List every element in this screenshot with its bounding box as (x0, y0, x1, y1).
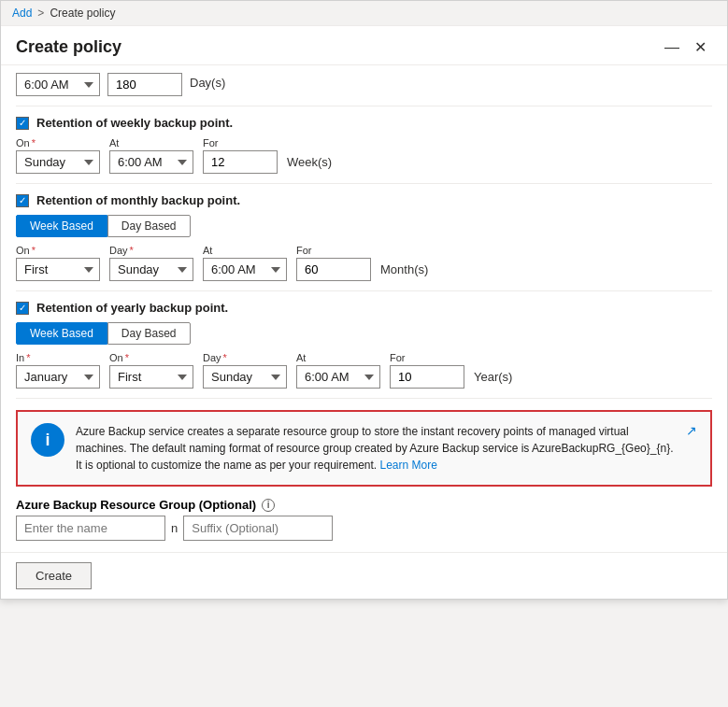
breadcrumb: Add > Create policy (1, 1, 727, 26)
monthly-tab-week[interactable]: Week Based (16, 215, 107, 237)
weekly-on-group: On * Sunday (16, 137, 100, 174)
info-message: Azure Backup service creates a separate … (76, 425, 673, 472)
rg-info-icon[interactable]: i (262, 499, 275, 512)
yearly-for-label: For (390, 352, 464, 363)
days-unit-top: Day(s) (190, 76, 225, 94)
page-title: Create policy (16, 37, 121, 57)
monthly-tab-group: Week Based Day Based (16, 215, 712, 237)
time-select-top[interactable]: 6:00 AM (16, 73, 100, 96)
footer: Create (1, 552, 727, 599)
external-link-icon[interactable]: ↗ (686, 423, 697, 438)
window-controls: — ✕ (659, 38, 712, 57)
breadcrumb-add-link[interactable]: Add (12, 7, 32, 20)
info-icon: i (31, 423, 64, 457)
weekly-label: Retention of weekly backup point. (36, 116, 233, 130)
monthly-section: Retention of monthly backup point. Week … (16, 184, 712, 291)
monthly-on-required: * (32, 245, 36, 256)
yearly-tab-day[interactable]: Day Based (107, 322, 191, 345)
days-input-top[interactable] (107, 73, 182, 96)
monthly-unit: Month(s) (380, 262, 428, 281)
breadcrumb-separator: > (37, 7, 44, 20)
yearly-in-group: In * January (16, 352, 100, 389)
create-policy-window: Add > Create policy Create policy — ✕ 6:… (0, 0, 728, 600)
monthly-for-label: For (296, 245, 371, 256)
create-button[interactable]: Create (16, 562, 92, 589)
monthly-on-label: On * (16, 245, 100, 256)
yearly-day-select[interactable]: Sunday (203, 365, 287, 389)
yearly-in-label: In * (16, 352, 100, 363)
monthly-fields: On * First Day * Sunday (16, 245, 712, 281)
yearly-unit: Year(s) (474, 370, 512, 389)
weekly-unit: Week(s) (287, 155, 332, 174)
weekly-section: Retention of weekly backup point. On * S… (16, 106, 712, 184)
yearly-at-group: At 6:00 AM (296, 352, 380, 389)
rg-input-row: n (16, 516, 712, 541)
weekly-fields: On * Sunday At 6:00 AM For (16, 137, 712, 174)
yearly-header: Retention of yearly backup point. (16, 301, 712, 315)
learn-more-link[interactable]: Learn More (380, 459, 437, 472)
top-row: 6:00 AM Day(s) (16, 65, 712, 106)
monthly-day-label: Day * (109, 245, 193, 256)
weekly-on-select[interactable]: Sunday (16, 150, 100, 174)
monthly-header: Retention of monthly backup point. (16, 193, 712, 207)
resource-group-section: Azure Backup Resource Group (Optional) i… (16, 498, 712, 541)
weekly-at-select[interactable]: 6:00 AM (109, 150, 193, 174)
yearly-checkbox[interactable] (16, 302, 29, 315)
content-area: 6:00 AM Day(s) Retention of weekly backu… (1, 65, 727, 552)
yearly-for-input[interactable] (390, 365, 464, 389)
yearly-day-label: Day * (203, 352, 287, 363)
weekly-header: Retention of weekly backup point. (16, 116, 712, 130)
yearly-on-select[interactable]: First (109, 365, 193, 389)
rg-separator: n (171, 521, 178, 535)
monthly-on-group: On * First (16, 245, 100, 281)
monthly-day-select[interactable]: Sunday (109, 258, 193, 281)
monthly-for-input[interactable] (296, 258, 371, 281)
yearly-tab-week[interactable]: Week Based (16, 322, 107, 345)
yearly-at-label: At (296, 352, 380, 363)
yearly-fields: In * January On * First (16, 352, 712, 389)
rg-suffix-input[interactable] (183, 516, 333, 541)
yearly-section: Retention of yearly backup point. Week B… (16, 291, 712, 399)
breadcrumb-current: Create policy (50, 7, 115, 20)
yearly-at-select[interactable]: 6:00 AM (296, 365, 380, 389)
rg-label: Azure Backup Resource Group (Optional) i (16, 498, 712, 512)
yearly-in-select[interactable]: January (16, 365, 100, 389)
info-box: i Azure Backup service creates a separat… (16, 410, 712, 487)
monthly-checkbox[interactable] (16, 194, 29, 207)
yearly-on-label: On * (109, 352, 193, 363)
monthly-at-group: At 6:00 AM (203, 245, 287, 281)
weekly-for-input[interactable] (203, 150, 278, 174)
monthly-tab-day[interactable]: Day Based (107, 215, 191, 237)
monthly-for-group: For (296, 245, 371, 281)
weekly-checkbox[interactable] (16, 117, 29, 130)
yearly-day-required: * (223, 352, 227, 363)
info-text: Azure Backup service creates a separate … (76, 423, 675, 474)
monthly-label: Retention of monthly backup point. (36, 193, 240, 207)
yearly-label: Retention of yearly backup point. (36, 301, 228, 315)
weekly-for-group: For (203, 137, 278, 174)
yearly-tab-group: Week Based Day Based (16, 322, 712, 345)
yearly-day-group: Day * Sunday (203, 352, 287, 389)
monthly-on-select[interactable]: First (16, 258, 100, 281)
yearly-on-group: On * First (109, 352, 193, 389)
title-bar: Create policy — ✕ (1, 26, 727, 65)
yearly-in-required: * (26, 352, 30, 363)
minimize-button[interactable]: — (659, 38, 685, 57)
monthly-at-label: At (203, 245, 287, 256)
rg-name-input[interactable] (16, 516, 165, 541)
weekly-for-label: For (203, 137, 278, 148)
yearly-for-group: For (390, 352, 464, 389)
close-button[interactable]: ✕ (689, 38, 712, 57)
weekly-on-required: * (32, 137, 36, 148)
weekly-on-label: On * (16, 137, 100, 148)
weekly-at-label: At (109, 137, 193, 148)
monthly-day-required: * (130, 245, 134, 256)
monthly-at-select[interactable]: 6:00 AM (203, 258, 287, 281)
monthly-day-group: Day * Sunday (109, 245, 193, 281)
weekly-at-group: At 6:00 AM (109, 137, 193, 174)
yearly-on-required: * (125, 352, 129, 363)
rg-label-text: Azure Backup Resource Group (Optional) (16, 498, 256, 512)
